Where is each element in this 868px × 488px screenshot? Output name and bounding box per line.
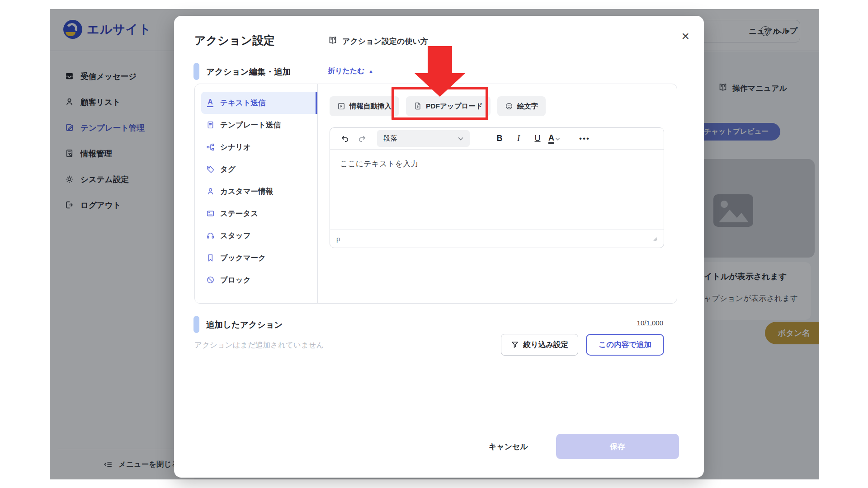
tab-staff[interactable]: スタッフ: [201, 225, 317, 247]
tab-label: シナリオ: [220, 142, 251, 152]
rich-text-editor: 段落 B I U A: [330, 127, 664, 248]
filter-icon: [511, 341, 519, 349]
tab-text-send[interactable]: A テキスト送信: [201, 92, 317, 114]
text-send-content: 情報自動挿入 PDFアップロード 絵文字: [318, 84, 677, 303]
tab-block[interactable]: ブロック: [201, 269, 317, 291]
status-icon: [206, 209, 215, 218]
underline-button[interactable]: U: [529, 131, 546, 147]
char-count: 10/1,000: [637, 319, 663, 327]
footer-divider: [174, 425, 704, 425]
section-added-title: 追加したアクション: [206, 319, 283, 330]
tab-label: カスタマー情報: [220, 187, 273, 197]
action-type-tabs: A テキスト送信 テンプレート送信 シナリオ タグ: [195, 84, 318, 303]
editor-content[interactable]: ここにテキストを入力: [330, 150, 664, 230]
tab-label: タグ: [220, 164, 236, 174]
modal-title: アクション設定: [194, 33, 275, 48]
scenario-icon: [206, 143, 215, 152]
usage-guide-link[interactable]: アクション設定の使い方: [328, 36, 428, 47]
add-with-content-button[interactable]: この内容で追加: [586, 334, 664, 356]
chevron-down-icon: [458, 136, 463, 141]
annotation-arrow-shaft: [428, 46, 452, 74]
collapse-toggle[interactable]: 折りたたむ ▲: [328, 66, 373, 76]
cancel-button[interactable]: キャンセル: [489, 441, 528, 452]
tab-label: ステータス: [220, 209, 258, 219]
collapse-label: 折りたたむ: [328, 66, 365, 76]
paragraph-style-select[interactable]: 段落: [377, 130, 470, 147]
tab-bookmark[interactable]: ブックマーク: [201, 247, 317, 269]
paragraph-style-value: 段落: [383, 134, 397, 143]
emoji-label: 絵文字: [517, 102, 538, 111]
tab-tag[interactable]: タグ: [201, 158, 317, 180]
tab-label: スタッフ: [220, 231, 251, 241]
template-icon: [206, 121, 215, 130]
filter-settings-button[interactable]: 絞り込み設定: [501, 334, 579, 356]
block-icon: [206, 276, 215, 285]
text-send-icon: A: [206, 99, 215, 108]
tab-label: ブックマーク: [220, 253, 266, 263]
tab-label: ブロック: [220, 275, 251, 285]
element-path-label: p: [336, 235, 340, 243]
chevron-down-icon[interactable]: [555, 136, 560, 141]
usage-guide-label: アクション設定の使い方: [342, 36, 428, 47]
emoji-button[interactable]: 絵文字: [497, 96, 546, 116]
tab-customer-info[interactable]: カスタマー情報: [201, 180, 317, 202]
italic-button[interactable]: I: [510, 131, 527, 147]
auto-insert-icon: [337, 102, 345, 110]
modal-footer: キャンセル 保存: [174, 434, 679, 459]
bold-button[interactable]: B: [491, 131, 508, 147]
redo-icon[interactable]: [354, 131, 371, 147]
book-icon: [328, 36, 338, 47]
section-edit-add-title: アクション編集・追加: [206, 66, 291, 77]
tab-status[interactable]: ステータス: [201, 202, 317, 225]
filter-settings-label: 絞り込み設定: [524, 340, 569, 350]
tag-icon: [206, 165, 215, 174]
emoji-icon: [505, 102, 513, 110]
save-button[interactable]: 保存: [556, 434, 679, 459]
auto-insert-button[interactable]: 情報自動挿入: [330, 96, 399, 116]
tab-label: テキスト送信: [220, 98, 266, 108]
empty-actions-message: アクションはまだ追加されていません: [194, 340, 324, 350]
tab-label: テンプレート送信: [220, 120, 281, 130]
editor-status-bar: p: [330, 230, 664, 248]
staff-icon: [206, 231, 215, 240]
undo-icon[interactable]: [336, 131, 354, 147]
tab-template-send[interactable]: テンプレート送信: [201, 114, 317, 136]
tab-scenario[interactable]: シナリオ: [201, 136, 317, 158]
auto-insert-label: 情報自動挿入: [349, 102, 392, 111]
more-tools-icon[interactable]: •••: [579, 134, 590, 143]
annotation-highlight-box: [392, 87, 488, 120]
text-color-button[interactable]: A: [548, 134, 554, 144]
section-accent-bar: [193, 63, 199, 80]
editor-toolbar: 段落 B I U A: [330, 128, 664, 150]
caret-up-icon: ▲: [368, 68, 374, 75]
section-accent-bar: [193, 316, 199, 333]
customer-icon: [206, 187, 215, 196]
bookmark-icon: [206, 253, 215, 263]
close-icon[interactable]: ×: [681, 29, 689, 43]
resize-handle-icon[interactable]: [652, 235, 657, 243]
